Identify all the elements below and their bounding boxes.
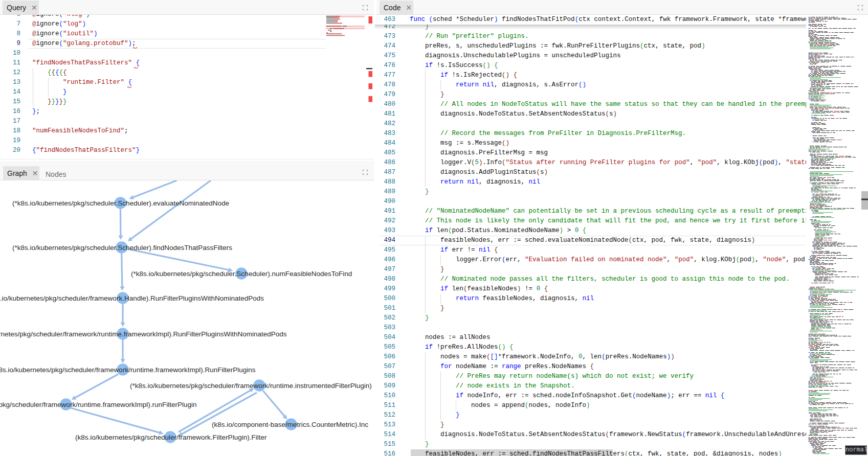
- svg-text:(*k8s.io/kubernetes/pkg/schedu: (*k8s.io/kubernetes/pkg/scheduler.Schedu…: [12, 244, 232, 252]
- svg-text:(*k8s.io/kubernetes/pkg/schedu: (*k8s.io/kubernetes/pkg/scheduler/framew…: [0, 294, 264, 302]
- svg-text:(*k8s.io/kubernetes/pkg/schedu: (*k8s.io/kubernetes/pkg/scheduler/framew…: [0, 366, 256, 374]
- svg-text:(*k8s.io/kubernetes/pkg/schedu: (*k8s.io/kubernetes/pkg/scheduler.Schedu…: [12, 199, 229, 207]
- svg-text:(*k8s.io/kubernetes/pkg/schedu: (*k8s.io/kubernetes/pkg/scheduler/framew…: [0, 401, 196, 408]
- svg-text:(*k8s.io/kubernetes/pkg/schedu: (*k8s.io/kubernetes/pkg/scheduler.Schedu…: [131, 270, 352, 278]
- svg-text:(*k8s.io/kubernetes/pkg/schedu: (*k8s.io/kubernetes/pkg/scheduler/framew…: [130, 382, 372, 390]
- svg-text:(k8s.io/kubernetes/pkg/schedul: (k8s.io/kubernetes/pkg/scheduler/framewo…: [75, 434, 267, 441]
- svg-text:(k8s.io/component-base/metrics: (k8s.io/component-base/metrics.CounterMe…: [212, 421, 368, 428]
- svg-text:(*k8s.io/kubernetes/pkg/schedu: (*k8s.io/kubernetes/pkg/scheduler/framew…: [0, 330, 287, 338]
